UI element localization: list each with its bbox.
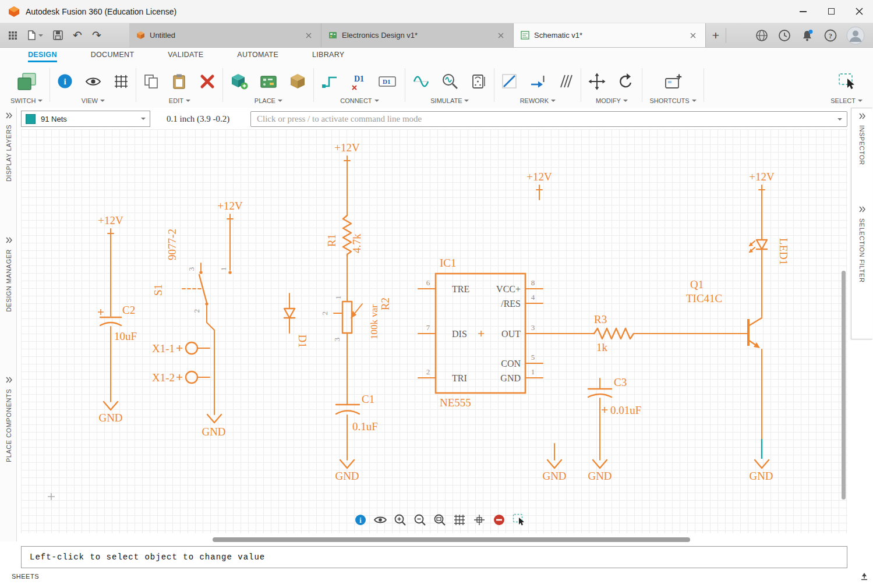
eye-icon[interactable] bbox=[84, 75, 102, 88]
tab-close-button[interactable] bbox=[688, 28, 698, 43]
minimize-button[interactable] bbox=[789, 0, 817, 23]
menu-design[interactable]: DESIGN bbox=[28, 51, 57, 62]
delete-icon[interactable] bbox=[199, 73, 215, 90]
tab-schematic[interactable]: Schematic v1* bbox=[514, 23, 706, 47]
name-tag-icon[interactable]: D1 bbox=[378, 73, 398, 90]
save-button[interactable] bbox=[53, 30, 63, 40]
vertical-scrollbar[interactable] bbox=[842, 271, 846, 500]
component-r1[interactable]: R1 4.7k bbox=[326, 215, 363, 256]
power-12v-c2[interactable]: +12V bbox=[98, 214, 123, 316]
new-tab-button[interactable]: + bbox=[706, 23, 726, 47]
grid-toggle-button[interactable] bbox=[452, 512, 466, 527]
user-avatar[interactable] bbox=[846, 26, 865, 45]
meander-lines-icon[interactable] bbox=[557, 73, 574, 90]
tab-electronics-design[interactable]: Electronics Design v1* bbox=[321, 23, 514, 47]
ground-c2[interactable]: GND bbox=[98, 402, 122, 424]
tab-untitled[interactable]: Untitled bbox=[129, 23, 321, 47]
component-q1[interactable]: Q1 TIC41C bbox=[686, 278, 762, 348]
rotate-icon[interactable] bbox=[617, 73, 635, 90]
globe-icon[interactable] bbox=[755, 29, 769, 42]
menu-automate[interactable]: AUTOMATE bbox=[237, 51, 278, 62]
panel-design-manager[interactable]: DESIGN MANAGER bbox=[0, 237, 17, 312]
wire[interactable] bbox=[207, 306, 214, 415]
shortcuts-panel-icon[interactable] bbox=[664, 73, 683, 90]
schematic-canvas[interactable]: +12V +12V +12V +12V +12V bbox=[21, 129, 847, 533]
zoom-out-button[interactable] bbox=[412, 512, 427, 527]
paste-icon[interactable] bbox=[171, 73, 188, 90]
component-ic1[interactable]: 6 7 2 8 4 3 5 1 TRE DIS TRI VCC+ /RES OU… bbox=[418, 257, 543, 409]
ground-c3[interactable]: GND bbox=[588, 460, 612, 482]
group-label[interactable]: REWORK bbox=[520, 97, 556, 104]
group-label[interactable]: MODIFY bbox=[596, 97, 628, 104]
visibility-eye-button[interactable] bbox=[373, 512, 387, 527]
group-label[interactable]: SHORTCUTS bbox=[649, 97, 696, 104]
nets-dropdown[interactable]: 91 Nets bbox=[21, 111, 150, 127]
component-c2[interactable]: C2 10uF bbox=[98, 304, 137, 342]
group-label[interactable]: CONNECT bbox=[340, 97, 379, 104]
place-part-icon[interactable] bbox=[230, 73, 248, 90]
file-menu-button[interactable] bbox=[27, 30, 43, 40]
ripup-arrow-icon[interactable] bbox=[529, 73, 546, 90]
component-x1-1[interactable]: X1-1 bbox=[152, 342, 210, 355]
component-led1[interactable]: LED1 bbox=[749, 238, 790, 265]
power-12v-ic[interactable]: +12V bbox=[526, 171, 552, 200]
power-12v-switch[interactable]: +12V bbox=[217, 200, 243, 270]
tab-close-button[interactable] bbox=[303, 28, 314, 43]
menu-document[interactable]: DOCUMENT bbox=[91, 51, 135, 62]
component-d1[interactable]: D1 bbox=[284, 293, 309, 348]
group-label[interactable]: EDIT bbox=[169, 97, 190, 104]
group-label[interactable]: SIMULATE bbox=[430, 97, 469, 104]
info-icon[interactable]: i bbox=[57, 73, 73, 89]
group-label[interactable]: VIEW bbox=[82, 97, 105, 104]
ground-q1[interactable]: GND bbox=[749, 460, 773, 482]
select-marquee-icon[interactable] bbox=[838, 73, 856, 90]
undo-button[interactable]: ↶ bbox=[73, 29, 82, 42]
component-s1[interactable]: 3 1 2 S1 9077-2 bbox=[152, 229, 232, 313]
place-package-icon[interactable] bbox=[289, 73, 306, 90]
power-12v-led[interactable]: +12V bbox=[749, 171, 775, 240]
select-mode-button[interactable] bbox=[511, 512, 526, 527]
net-label-icon[interactable]: D1 bbox=[350, 73, 366, 90]
component-r3[interactable]: R3 1k bbox=[594, 313, 634, 353]
copy-icon[interactable] bbox=[143, 73, 160, 90]
group-label[interactable]: SWITCH bbox=[10, 97, 43, 104]
tab-close-button[interactable] bbox=[496, 28, 506, 43]
panel-place-components[interactable]: PLACE COMPONENTS bbox=[0, 377, 17, 462]
help-icon[interactable]: ? bbox=[823, 29, 837, 42]
ground-ic[interactable]: GND bbox=[542, 444, 566, 482]
crosshair-button[interactable] bbox=[472, 512, 486, 527]
group-label[interactable]: PLACE bbox=[255, 97, 282, 104]
group-label[interactable]: SELECT bbox=[830, 97, 863, 104]
redo-button[interactable]: ↷ bbox=[92, 29, 101, 42]
menu-library[interactable]: LIBRARY bbox=[312, 51, 344, 62]
close-button[interactable] bbox=[845, 0, 873, 23]
sine-wave-icon[interactable] bbox=[412, 73, 430, 90]
component-c3[interactable]: C3 0.01uF bbox=[588, 376, 641, 416]
move-icon[interactable] bbox=[588, 73, 606, 90]
panel-display-layers[interactable]: DISPLAY LAYERS bbox=[0, 112, 17, 182]
zoom-in-button[interactable] bbox=[393, 512, 407, 527]
clock-history-icon[interactable] bbox=[777, 29, 791, 42]
grid-settings-icon[interactable] bbox=[114, 74, 129, 89]
notifications-bell-icon[interactable] bbox=[800, 29, 815, 42]
multimeter-icon[interactable] bbox=[471, 73, 487, 90]
horizontal-scrollbar[interactable] bbox=[213, 537, 690, 542]
ground-s1[interactable]: GND bbox=[202, 415, 225, 438]
panel-selection-filter[interactable]: SELECTION FILTER bbox=[851, 206, 872, 282]
switch-workspace-icon[interactable] bbox=[16, 72, 37, 91]
component-x1-2[interactable]: X1-2 bbox=[152, 371, 210, 384]
panel-inspector[interactable]: INSPECTOR bbox=[851, 113, 872, 165]
sheets-tab[interactable]: SHEETS bbox=[12, 573, 39, 580]
simulation-probe-icon[interactable] bbox=[441, 73, 459, 90]
power-12v-main[interactable]: +12V bbox=[334, 141, 360, 215]
zoom-fit-button[interactable] bbox=[432, 512, 447, 527]
app-grid-menu-icon[interactable] bbox=[8, 31, 17, 40]
info-button[interactable]: i bbox=[353, 512, 367, 527]
ground-c1[interactable]: GND bbox=[335, 460, 359, 482]
menu-validate[interactable]: VALIDATE bbox=[168, 51, 203, 62]
net-wire-icon[interactable] bbox=[321, 73, 338, 90]
command-line-input[interactable] bbox=[250, 111, 847, 127]
component-r2[interactable]: 1 2 3 100k var R2 bbox=[320, 294, 391, 341]
dock-pin-button[interactable] bbox=[860, 572, 868, 583]
draw-line-icon[interactable] bbox=[501, 73, 518, 90]
